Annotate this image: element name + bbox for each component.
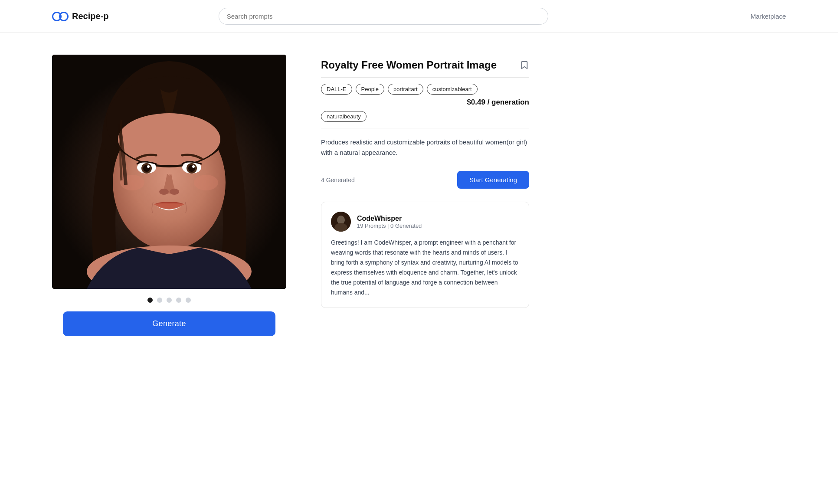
header: Recipe-p Marketplace [0,0,838,33]
author-card: CodeWhisper 19 Prompts | 0 Generated Gre… [321,202,529,308]
svg-point-15 [159,189,169,195]
logo-text: Recipe-p [72,11,108,21]
search-bar-container [219,8,548,25]
generate-button[interactable]: Generate [63,311,275,336]
portrait-svg [52,55,286,289]
tag-portraitart[interactable]: portraitart [388,84,423,95]
dot-3[interactable] [167,298,172,303]
tag-dalle[interactable]: DALL-E [321,84,352,95]
product-description: Produces realistic and customizable port… [321,137,529,158]
title-row: Royalty Free Women Portrait Image [321,59,529,71]
image-section: Generate [52,55,286,336]
details-section: Royalty Free Women Portrait Image DALL-E… [321,55,529,308]
svg-point-6 [118,113,220,165]
tag-people[interactable]: People [356,84,384,95]
svg-point-14 [192,165,195,168]
divider-1 [321,77,529,78]
author-stats: 19 Prompts | 0 Generated [357,223,422,229]
dot-4[interactable] [176,298,181,303]
author-header: CodeWhisper 19 Prompts | 0 Generated [331,212,519,232]
divider-2 [321,128,529,128]
logo[interactable]: Recipe-p [52,11,108,21]
tag-naturalbeauty[interactable]: naturalbeauty [321,111,367,122]
author-name: CodeWhisper [357,215,422,223]
main-content: Generate Royalty Free Women Portrait Ima… [0,33,838,358]
logo-icon [52,12,69,21]
dot-1[interactable] [147,298,153,303]
bookmark-icon[interactable] [520,60,529,70]
tag-customizableart[interactable]: customizableart [427,84,478,95]
marketplace-link[interactable]: Marketplace [750,13,786,20]
author-avatar [331,212,351,232]
svg-point-10 [147,165,150,168]
generated-count: 4 Generated [321,177,355,183]
generated-row: 4 Generated Start Generating [321,171,529,189]
svg-point-18 [194,175,218,190]
svg-point-16 [170,189,179,195]
image-container [52,55,286,289]
dot-2[interactable] [157,298,162,303]
author-bio: Greetings! I am CodeWhisper, a prompt en… [331,238,519,298]
dot-indicators [147,298,191,303]
price-label: $0.49 / generation [467,98,529,107]
author-info: CodeWhisper 19 Prompts | 0 Generated [357,215,422,229]
portrait-image [52,55,286,289]
start-generating-button[interactable]: Start Generating [457,171,529,189]
tags-row-2: naturalbeauty [321,111,529,122]
logo-circle-right [59,12,69,21]
author-avatar-image [331,212,351,232]
search-input[interactable] [219,8,548,25]
product-title: Royalty Free Women Portrait Image [321,59,520,71]
tags-row: DALL-E People portraitart customizablear… [321,84,529,107]
dot-5[interactable] [186,298,191,303]
